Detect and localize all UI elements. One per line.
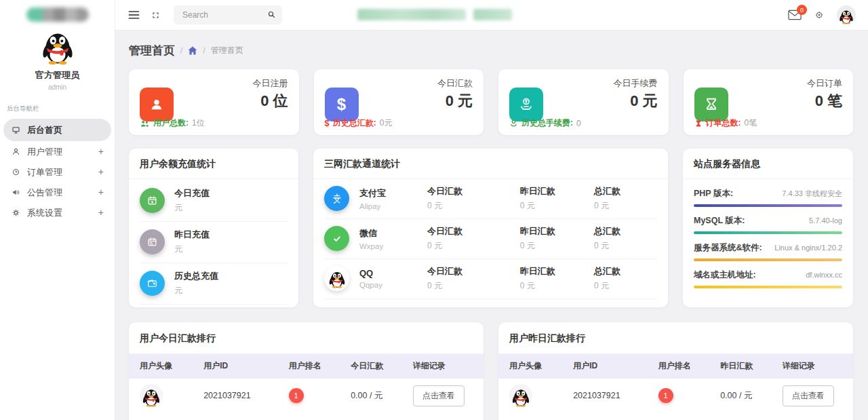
- home-icon[interactable]: [188, 46, 197, 55]
- hourglass-icon: [694, 88, 728, 121]
- stat-card-orders: 今日订单 0 笔 订单总数: 0笔: [684, 69, 854, 135]
- stat-footer-label: 用户总数:: [153, 117, 189, 129]
- sidebar-item-announcements[interactable]: 公告管理 +: [3, 182, 111, 202]
- amount-cell: 0.00 / 元: [709, 390, 772, 402]
- user-id-cell: 2021037921: [193, 391, 278, 400]
- recharge-label: 历史总充值: [174, 270, 218, 282]
- channel-row-alipay: 支付宝 Alipay 今日汇款 0 元 昨日汇款 0 元 总汇款 0 元: [324, 179, 657, 219]
- view-details-button[interactable]: 点击查看: [413, 385, 465, 406]
- alipay-icon: [324, 186, 349, 211]
- recharge-value: 元: [174, 202, 210, 214]
- speaker-icon: [11, 187, 21, 197]
- expand-plus-icon[interactable]: +: [98, 167, 104, 176]
- channel-subname: Wxpay: [359, 242, 427, 250]
- page-title: 管理首页: [129, 43, 175, 58]
- channel-col-label: 昨日汇款: [520, 185, 594, 197]
- table-header-row: 用户头像 用户ID 用户排名 昨日汇款 详细记录: [498, 354, 853, 379]
- dollar-small-icon: $: [325, 118, 330, 128]
- search-icon[interactable]: [267, 9, 277, 20]
- metric-value: df.winxx.cc: [806, 271, 842, 279]
- notice-text-redacted: [357, 9, 512, 20]
- column-header: 详细记录: [772, 360, 853, 372]
- breadcrumb-separator: /: [180, 46, 182, 56]
- rank-badge: 1: [289, 388, 304, 403]
- stat-footer-value: 0笔: [745, 117, 757, 129]
- card-title: 三网汇款通道统计: [313, 149, 668, 179]
- sidebar-item-dashboard[interactable]: 后台首页: [3, 119, 111, 141]
- table-title: 用户昨日汇款排行: [498, 322, 853, 354]
- channels-stats-card: 三网汇款通道统计 支付宝 Alipay 今日汇款 0 元 昨日汇款 0 元: [313, 149, 668, 307]
- snowflake-icon[interactable]: [813, 9, 825, 21]
- ranking-table-yesterday: 用户昨日汇款排行 用户头像 用户ID 用户排名 昨日汇款 详细记录 202103…: [498, 322, 853, 420]
- column-header: 用户头像: [129, 360, 193, 372]
- search-input[interactable]: [174, 5, 282, 24]
- channel-col-label: 昨日汇款: [520, 265, 594, 278]
- donate-icon: [509, 88, 543, 121]
- column-header: 昨日汇款: [709, 360, 772, 372]
- view-details-button[interactable]: 点击查看: [783, 385, 834, 406]
- hamburger-menu-icon[interactable]: [127, 9, 140, 21]
- column-header: 用户排名: [648, 360, 710, 372]
- channel-col-label: 总汇款: [594, 265, 657, 278]
- channel-name: 支付宝: [359, 187, 427, 199]
- dollar-icon: $: [325, 88, 359, 121]
- recharge-label: 昨日充值: [174, 229, 210, 241]
- channel-col-value: 0 元: [520, 240, 594, 252]
- server-info-card: 站点服务器信息 PHP 版本: 7.4.33 非线程安全 MySQL 版本: 5…: [683, 149, 853, 307]
- progress-bar: [694, 231, 842, 234]
- channel-col-label: 今日汇款: [427, 225, 520, 237]
- mail-icon[interactable]: 0: [788, 9, 802, 20]
- recharge-stats-card: 用户余额充值统计 今日充值 元: [129, 149, 298, 307]
- fullscreen-icon[interactable]: [149, 9, 161, 21]
- progress-bar: [694, 259, 842, 261]
- recharge-value: 元: [174, 244, 210, 255]
- user-avatar[interactable]: [837, 5, 856, 24]
- recharge-row-total: 历史总充值 元: [140, 263, 288, 305]
- metric-value: 5.7.40-log: [809, 216, 842, 225]
- users-icon: [140, 119, 150, 128]
- calendar-icon: [140, 229, 165, 254]
- site-logo-redacted: [26, 7, 89, 22]
- expand-plus-icon[interactable]: +: [98, 147, 104, 156]
- sidebar-nav: 后台首页 用户管理 + 订单管理 + 公告管理: [0, 119, 115, 223]
- stat-footer-value: 0元: [380, 117, 393, 129]
- stat-footer-label: 历史总汇款:: [333, 117, 376, 129]
- user-icon: [11, 147, 21, 157]
- server-metric-domain: 域名或主机地址: df.winxx.cc: [694, 263, 842, 290]
- sidebar-item-label: 系统设置: [27, 208, 62, 217]
- column-header: 用户排名: [278, 360, 340, 372]
- channel-col-label: 今日汇款: [427, 265, 520, 278]
- table-row: 2021037921 1 0.00 / 元 点击查看: [129, 379, 484, 413]
- stat-footer-label: 历史总手续费:: [521, 117, 573, 129]
- metric-label: PHP 版本:: [694, 188, 733, 199]
- channel-col-value: 0 元: [594, 280, 657, 292]
- sidebar-item-orders[interactable]: 订单管理 +: [3, 161, 111, 182]
- stat-footer-label: 订单总数:: [706, 117, 741, 129]
- channel-col-value: 0 元: [427, 280, 520, 292]
- stat-card-remittance: 今日汇款 0 元 $ $ 历史总汇款: 0元: [314, 69, 484, 135]
- column-header: 用户头像: [498, 360, 562, 372]
- wechat-icon: [324, 226, 349, 251]
- ranking-table-today: 用户今日汇款排行 用户头像 用户ID 用户排名 今日汇款 详细记录 202103…: [129, 322, 484, 420]
- clock-icon: [11, 167, 21, 177]
- column-header: 用户ID: [562, 360, 648, 372]
- expand-plus-icon[interactable]: +: [98, 187, 104, 197]
- user-badge-icon: [140, 88, 174, 121]
- metric-value: 7.4.33 非线程安全: [782, 189, 842, 199]
- stat-card-fees: 今日手续费 0 元 历史总手续费: 0: [498, 69, 669, 135]
- metric-value: Linux & nginx/1.20.2: [774, 244, 842, 252]
- column-header: 今日汇款: [340, 360, 402, 372]
- channel-subname: Alipay: [359, 202, 427, 210]
- sidebar-item-users[interactable]: 用户管理 +: [3, 141, 111, 161]
- rank-badge: 1: [658, 388, 673, 403]
- sidebar-item-settings[interactable]: 系统设置 +: [3, 202, 111, 223]
- profile-avatar[interactable]: [39, 28, 76, 65]
- table-title: 用户今日汇款排行: [129, 322, 484, 354]
- channel-col-value: 0 元: [520, 200, 594, 212]
- monitor-icon: [11, 125, 21, 135]
- expand-plus-icon[interactable]: +: [98, 208, 104, 217]
- sidebar-item-label: 订单管理: [27, 168, 62, 176]
- channel-col-value: 0 元: [427, 200, 520, 212]
- breadcrumb-separator: /: [203, 46, 205, 56]
- profile-username: admin: [0, 83, 115, 91]
